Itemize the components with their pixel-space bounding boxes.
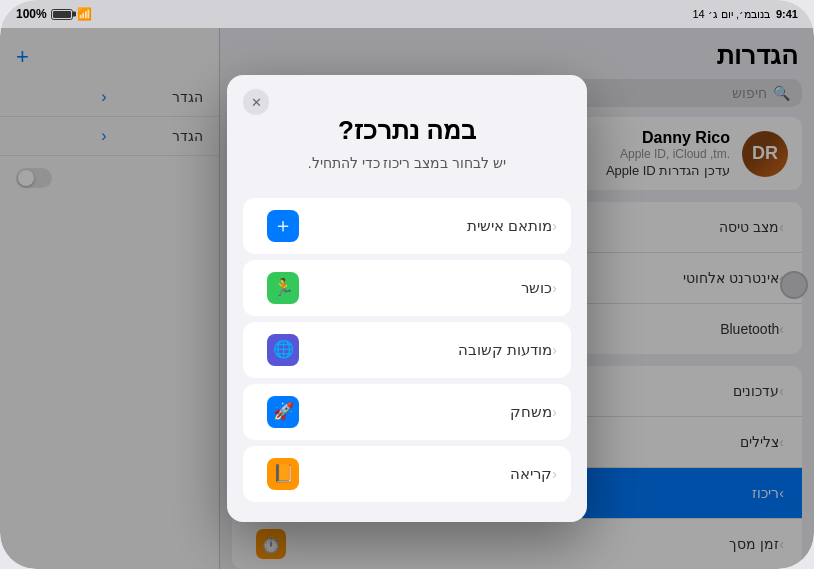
modal-item-fitness[interactable]: ‹ כושר 🏃: [243, 260, 571, 316]
modal-item-label-gaming: משחק: [299, 403, 552, 421]
modal-title: במה נתרכז?: [257, 115, 557, 146]
modal-item-icon-mindfulness: 🌐: [267, 334, 299, 366]
modal-subtitle: יש לבחור במצב ריכוז כדי להתחיל.: [257, 154, 557, 174]
date-display: 14 בנובמ׳, יום ג׳: [693, 8, 770, 21]
modal-item-label-reading: קריאה: [299, 465, 552, 483]
modal-item-reading[interactable]: ‹ קריאה 📙: [243, 446, 571, 502]
battery-fill: [53, 11, 71, 18]
modal-overlay: ✕ במה נתרכז? יש לבחור במצב ריכוז כדי להת…: [0, 28, 814, 569]
modal-item-icon-fitness: 🏃: [267, 272, 299, 304]
ipad-frame: 100% 📶 14 בנובמ׳, יום ג׳ 9:41 + ‹ הגדר ‹…: [0, 0, 814, 569]
modal-item-chevron-read: ‹: [552, 466, 557, 482]
status-left: 100% 📶: [16, 7, 92, 21]
modal-item-chevron-custom: ‹: [552, 218, 557, 234]
modal-item-chevron-fitness: ‹: [552, 280, 557, 296]
modal-item-mindfulness[interactable]: ‹ מודעות קשובה 🌐: [243, 322, 571, 378]
modal-item-label-fitness: כושר: [299, 279, 552, 297]
modal-item-label-custom: מותאם אישית: [299, 217, 552, 235]
modal-item-chevron-mind: ‹: [552, 342, 557, 358]
status-right: 14 בנובמ׳, יום ג׳ 9:41: [693, 8, 799, 21]
modal-item-chevron-game: ‹: [552, 404, 557, 420]
status-bar: 100% 📶 14 בנובמ׳, יום ג׳ 9:41: [0, 0, 814, 28]
modal-item-custom[interactable]: ‹ מותאם אישית ＋: [243, 198, 571, 254]
time-display: 9:41: [776, 8, 798, 20]
battery-icon: [51, 9, 73, 20]
battery-percent: 100%: [16, 7, 47, 21]
modal-title-section: במה נתרכז? יש לבחור במצב ריכוז כדי להתחי…: [227, 75, 587, 184]
modal-item-gaming[interactable]: ‹ משחק 🚀: [243, 384, 571, 440]
modal-card: ✕ במה נתרכז? יש לבחור במצב ריכוז כדי להת…: [227, 75, 587, 522]
modal-list: ‹ מותאם אישית ＋ ‹ כושר 🏃 ‹ מודעות קשובה …: [227, 198, 587, 502]
modal-item-icon-reading: 📙: [267, 458, 299, 490]
modal-item-label-mindfulness: מודעות קשובה: [299, 341, 552, 359]
modal-item-icon-gaming: 🚀: [267, 396, 299, 428]
modal-item-icon-custom: ＋: [267, 210, 299, 242]
wifi-icon: 📶: [77, 7, 92, 21]
